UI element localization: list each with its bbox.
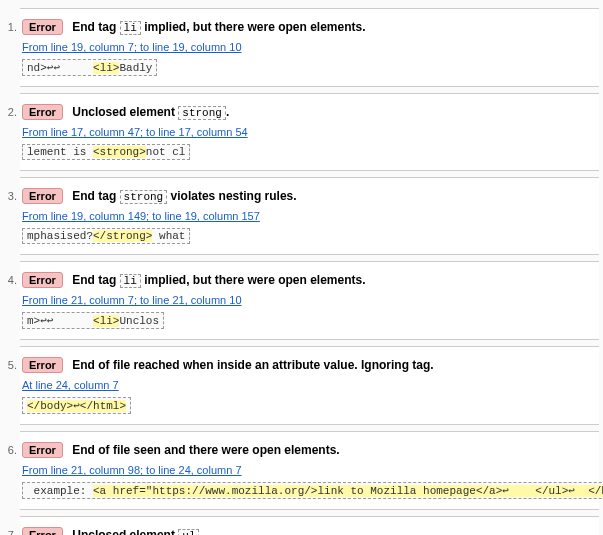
- snippet-highlight: <strong>: [93, 146, 146, 158]
- snippet-highlight: <a href="https://www.mozilla.org/>link t…: [93, 485, 603, 497]
- error-location-link[interactable]: From line 19, column 7; to line 19, colu…: [22, 41, 242, 53]
- msg-pre: End of file seen and there were open ele…: [72, 443, 339, 457]
- msg-pre: Unclosed element: [72, 105, 178, 119]
- error-message: Error End tag strong violates nesting ru…: [22, 188, 591, 204]
- msg-code: strong: [120, 190, 168, 204]
- error-item: Error End tag li implied, but there were…: [20, 8, 599, 87]
- error-badge: Error: [22, 19, 63, 35]
- snippet-post: Badly: [119, 62, 152, 74]
- error-location-link[interactable]: From line 21, column 7; to line 21, colu…: [22, 294, 242, 306]
- msg-post: violates nesting rules.: [167, 189, 296, 203]
- snippet-pre: nd>↩↩: [27, 62, 93, 74]
- snippet-pre: lement is: [27, 146, 93, 158]
- msg-pre: End tag: [72, 189, 119, 203]
- snippet-highlight: <li>: [93, 315, 119, 327]
- snippet-highlight: <li>: [93, 62, 119, 74]
- code-snippet: nd>↩↩ <li>Badly: [22, 59, 157, 76]
- msg-code: li: [120, 274, 141, 288]
- code-snippet: mphasised?</strong> what: [22, 228, 190, 244]
- msg-code: li: [120, 21, 141, 35]
- msg-pre: End tag: [72, 273, 119, 287]
- code-snippet: </body>↩</html>: [22, 397, 131, 414]
- snippet-pre: example:: [27, 485, 93, 497]
- snippet-pre: m>↩↩: [27, 315, 93, 327]
- error-badge: Error: [22, 188, 63, 204]
- msg-code: strong: [178, 106, 226, 120]
- error-badge: Error: [22, 527, 63, 535]
- snippet-highlight: </body>↩</html>: [27, 400, 126, 412]
- error-item: Error End of file reached when inside an…: [20, 346, 599, 425]
- msg-pre: End of file reached when inside an attri…: [72, 358, 433, 372]
- error-location-link[interactable]: From line 21, column 98; to line 24, col…: [22, 464, 242, 476]
- msg-post: .: [226, 105, 229, 119]
- error-item: Error End tag li implied, but there were…: [20, 261, 599, 340]
- snippet-post: Unclos: [119, 315, 159, 327]
- msg-post: implied, but there were open elements.: [141, 273, 366, 287]
- error-badge: Error: [22, 357, 63, 373]
- error-message: Error Unclosed element strong.: [22, 104, 591, 120]
- code-snippet: m>↩↩ <li>Unclos: [22, 312, 164, 329]
- msg-post: implied, but there were open elements.: [141, 20, 366, 34]
- error-item: Error End tag strong violates nesting ru…: [20, 177, 599, 255]
- error-badge: Error: [22, 272, 63, 288]
- error-location-link[interactable]: From line 17, column 47; to line 17, col…: [22, 126, 248, 138]
- snippet-pre: mphasised?: [27, 230, 93, 242]
- error-location-link[interactable]: At line 24, column 7: [22, 379, 119, 391]
- error-badge: Error: [22, 104, 63, 120]
- error-message: Error End tag li implied, but there were…: [22, 272, 591, 288]
- error-item: Error Unclosed element ul.From line 16, …: [20, 516, 599, 535]
- snippet-post: what: [152, 230, 185, 242]
- error-item: Error End of file seen and there were op…: [20, 431, 599, 510]
- error-message: Error End tag li implied, but there were…: [22, 19, 591, 35]
- error-location-link[interactable]: From line 19, column 149; to line 19, co…: [22, 210, 260, 222]
- msg-pre: Unclosed element: [72, 528, 178, 535]
- error-list: Error End tag li implied, but there were…: [4, 8, 599, 535]
- msg-code: ul: [178, 529, 199, 535]
- error-message: Error Unclosed element ul.: [22, 527, 591, 535]
- msg-post: .: [199, 528, 202, 535]
- error-message: Error End of file reached when inside an…: [22, 357, 591, 373]
- code-snippet: example: <a href="https://www.mozilla.or…: [22, 482, 603, 499]
- error-badge: Error: [22, 442, 63, 458]
- error-item: Error Unclosed element strong.From line …: [20, 93, 599, 171]
- snippet-highlight: </strong>: [93, 230, 152, 242]
- code-snippet: lement is <strong>not cl: [22, 144, 190, 160]
- snippet-post: not cl: [146, 146, 186, 158]
- msg-pre: End tag: [72, 20, 119, 34]
- error-message: Error End of file seen and there were op…: [22, 442, 591, 458]
